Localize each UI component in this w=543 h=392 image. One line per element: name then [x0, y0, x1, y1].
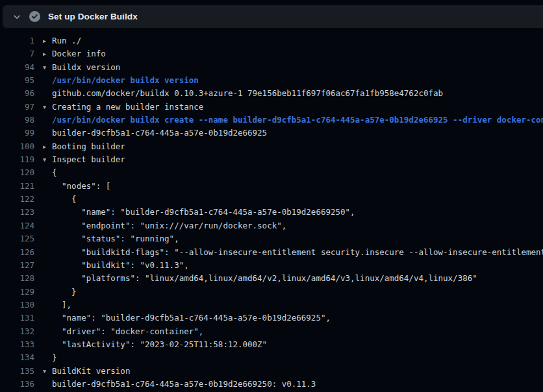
log-line-number[interactable]: 127: [0, 259, 34, 272]
log-line-number[interactable]: 125: [0, 232, 34, 245]
log-group-header[interactable]: ▶Booting builder: [43, 140, 543, 153]
log-group-header[interactable]: ▼BuildKit version: [43, 365, 543, 378]
log-line[interactable]: 135▼BuildKit version: [0, 365, 543, 378]
group-title: Docker info: [52, 49, 106, 58]
log-output-text: "buildkit": "v0.11.3",: [43, 259, 543, 272]
group-title: Buildx version: [52, 62, 120, 72]
log-line-number[interactable]: 122: [0, 193, 34, 206]
collapse-arrow-icon[interactable]: ▼: [43, 61, 52, 74]
log-line-number[interactable]: 119: [0, 153, 34, 166]
log-line-number[interactable]: 126: [0, 246, 34, 259]
log-command-text: /usr/bin/docker buildx create --name bui…: [43, 114, 543, 127]
group-title: Inspect builder: [52, 154, 125, 164]
log-line: 99builder-d9cfb5a1-c764-445a-a57e-0b19d2…: [0, 127, 543, 140]
log-group-header[interactable]: ▼Creating a new builder instance: [43, 101, 543, 114]
log-line: 122 {: [0, 193, 543, 206]
group-title: Booting builder: [52, 141, 125, 151]
log-line-number[interactable]: 123: [0, 206, 34, 219]
log-output-text: }: [43, 351, 543, 364]
actions-log-viewer: Set up Docker Buildx 1▶Run ./7▶Docker in…: [0, 0, 543, 392]
log-line[interactable]: 119▼Inspect builder: [0, 153, 543, 166]
log-output-text: builder-d9cfb5a1-c764-445a-a57e-0b19d2e6…: [43, 378, 543, 391]
step-header[interactable]: Set up Docker Buildx: [3, 5, 543, 28]
log-output-text: "name": "builder-d9cfb5a1-c764-445a-a57e…: [43, 206, 543, 219]
log-line-number[interactable]: 100: [0, 140, 34, 153]
expand-arrow-icon[interactable]: ▶: [43, 34, 52, 47]
log-line-number[interactable]: 124: [0, 219, 34, 232]
log-line-number[interactable]: 95: [0, 74, 34, 87]
log-line: 132 "driver": "docker-container",: [0, 325, 543, 338]
log-line: 95/usr/bin/docker buildx version: [0, 74, 543, 87]
log-line-number[interactable]: 7: [0, 47, 34, 60]
log-output-text: github.com/docker/buildx 0.10.3+azure-1 …: [43, 87, 543, 100]
log-line: 98/usr/bin/docker buildx create --name b…: [0, 114, 543, 127]
log-output-text: "platforms": "linux/amd64,linux/amd64/v2…: [43, 272, 543, 285]
log-output-text: "nodes": [: [43, 180, 543, 193]
chevron-down-icon[interactable]: [12, 12, 22, 22]
log-output-text: "lastActivity": "2023-02-25T11:58:12.000…: [43, 338, 543, 351]
log-line: 129 }: [0, 286, 543, 299]
log-line: 121 "nodes": [: [0, 180, 543, 193]
log-output-text: builder-d9cfb5a1-c764-445a-a57e-0b19d2e6…: [43, 127, 543, 140]
log-output-text: "name": "builder-d9cfb5a1-c764-445a-a57e…: [43, 312, 543, 325]
log-output-text: "driver": "docker-container",: [43, 325, 543, 338]
log-line-number[interactable]: 136: [0, 378, 34, 391]
log-line: 128 "platforms": "linux/amd64,linux/amd6…: [0, 272, 543, 285]
log-line-number[interactable]: 1: [0, 34, 34, 47]
log-line[interactable]: 1▶Run ./: [0, 34, 543, 47]
status-check-icon: [29, 11, 40, 22]
log-line: 136builder-d9cfb5a1-c764-445a-a57e-0b19d…: [0, 378, 543, 391]
log-output-text: "buildkitd-flags": "--allow-insecure-ent…: [43, 246, 543, 259]
collapse-arrow-icon[interactable]: ▼: [43, 365, 52, 378]
group-title: BuildKit version: [52, 366, 130, 376]
collapse-arrow-icon[interactable]: ▼: [43, 101, 52, 114]
log-line-number[interactable]: 133: [0, 338, 34, 351]
log-line-number[interactable]: 128: [0, 272, 34, 285]
log-line: 131 "name": "builder-d9cfb5a1-c764-445a-…: [0, 312, 543, 325]
log-line-number[interactable]: 131: [0, 312, 34, 325]
log-line[interactable]: 94▼Buildx version: [0, 61, 543, 74]
log-line-number[interactable]: 134: [0, 351, 34, 364]
log-group-header[interactable]: ▼Buildx version: [43, 61, 543, 74]
log-line: 120{: [0, 166, 543, 179]
log-line-number[interactable]: 97: [0, 101, 34, 114]
log-line: 126 "buildkitd-flags": "--allow-insecure…: [0, 246, 543, 259]
collapse-arrow-icon[interactable]: ▼: [43, 153, 52, 166]
log-line-number[interactable]: 129: [0, 286, 34, 299]
log-line: 125 "status": "running",: [0, 232, 543, 245]
expand-arrow-icon[interactable]: ▶: [43, 47, 52, 60]
log-output-text: "endpoint": "unix:///var/run/docker.sock…: [43, 219, 543, 232]
log-output-text: }: [43, 286, 543, 299]
expand-arrow-icon[interactable]: ▶: [43, 140, 52, 153]
log-line-number[interactable]: 132: [0, 325, 34, 338]
log-line: 127 "buildkit": "v0.11.3",: [0, 259, 543, 272]
group-title: Run ./: [52, 36, 81, 45]
log-line-number[interactable]: 98: [0, 114, 34, 127]
group-title: Creating a new builder instance: [52, 102, 203, 112]
log-output-text: {: [43, 166, 543, 179]
log-command-text: /usr/bin/docker buildx version: [43, 74, 543, 87]
log-line-number[interactable]: 130: [0, 299, 34, 312]
log-line[interactable]: 100▶Booting builder: [0, 140, 543, 153]
log-group-header[interactable]: ▶Run ./: [43, 34, 543, 47]
log-group-header[interactable]: ▶Docker info: [43, 47, 543, 60]
log-group-header[interactable]: ▼Inspect builder: [43, 153, 543, 166]
log-output-text: {: [43, 193, 543, 206]
log-line-number[interactable]: 99: [0, 127, 34, 140]
log-line-number[interactable]: 135: [0, 365, 34, 378]
log-line-number[interactable]: 120: [0, 166, 34, 179]
log-line[interactable]: 7▶Docker info: [0, 47, 543, 60]
log-line: 96github.com/docker/buildx 0.10.3+azure-…: [0, 87, 543, 100]
log-lines: 1▶Run ./7▶Docker info94▼Buildx version95…: [0, 34, 543, 392]
log-line-number[interactable]: 96: [0, 87, 34, 100]
log-output-text: "status": "running",: [43, 232, 543, 245]
step-title: Set up Docker Buildx: [48, 12, 138, 21]
log-line-number[interactable]: 94: [0, 61, 34, 74]
log-line: 124 "endpoint": "unix:///var/run/docker.…: [0, 219, 543, 232]
log-line: 134}: [0, 351, 543, 364]
log-output-text: ],: [43, 299, 543, 312]
log-line: 123 "name": "builder-d9cfb5a1-c764-445a-…: [0, 206, 543, 219]
log-line: 133 "lastActivity": "2023-02-25T11:58:12…: [0, 338, 543, 351]
log-line[interactable]: 97▼Creating a new builder instance: [0, 101, 543, 114]
log-line-number[interactable]: 121: [0, 180, 34, 193]
